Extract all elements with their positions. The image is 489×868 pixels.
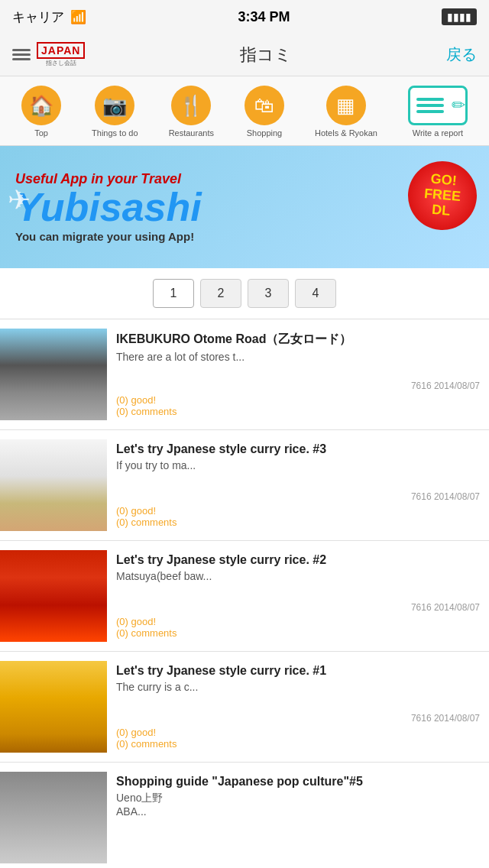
write-box: ✏ [408,86,468,125]
article-meta: 7616 2014/08/07 [116,713,480,724]
list-item[interactable]: Let's try Jpanese style curry rice. #1 T… [0,652,489,763]
airplane-icon: ✈ [8,184,31,216]
article-title: Let's try Jpanese style curry rice. #1 [116,664,480,678]
article-comments[interactable]: (0) comments [116,406,480,417]
article-good[interactable]: (0) good! [116,505,480,517]
article-good[interactable]: (0) good! [116,616,480,627]
article-meta: 7616 2014/08/07 [116,602,480,613]
article-thumbnail [0,329,107,420]
home-label: Top [34,128,48,138]
page-1-button[interactable]: 1 [153,279,194,308]
page-2-button[interactable]: 2 [200,279,241,308]
nav-bar: JAPAN 指さし会話 指コミ 戻る [0,34,489,76]
shopping-icon: 🛍 [244,86,284,125]
todo-label: Things to do [92,128,138,138]
restaurant-icon: 🍴 [171,86,211,125]
article-content: Let's try Jpanese style curry rice. #3 I… [107,439,489,531]
article-meta: 7616 2014/08/07 [116,381,480,391]
article-desc: Matsuya(beef baw... [116,570,480,598]
shopping-label: Shopping [247,128,283,138]
article-comments[interactable]: (0) comments [116,738,480,750]
category-nav: 🏠 Top 📷 Things to do 🍴 Restaurants 🛍 Sho… [0,76,489,146]
promo-banner[interactable]: ✈ Useful App in your Travel Yubisashi Yo… [0,146,489,268]
article-title: Shopping guide "Japanese pop culture"#5 [116,775,480,789]
nav-hotels[interactable]: ▦ Hotels & Ryokan [315,86,377,138]
article-content: Let's try Jpanese style curry rice. #1 T… [107,661,489,753]
article-desc: The curry is a c... [116,681,480,708]
article-desc: There are a lot of stores t... [116,351,480,376]
badge-line3: DL [431,202,451,219]
article-desc: Ueno上野ABA... [116,792,480,856]
banner-tagline: You can migrate your using App! [15,230,474,243]
article-content: Let's try Jpanese style curry rice. #2 M… [107,550,489,642]
article-thumbnail [0,550,107,642]
article-comments[interactable]: (0) comments [116,517,480,528]
article-thumbnail [0,439,107,531]
article-comments[interactable]: (0) comments [116,627,480,639]
list-item[interactable]: Shopping guide "Japanese pop culture"#5 … [0,763,489,868]
nav-write-report[interactable]: ✏ Write a report [408,86,468,138]
article-content: IKEBUKURO Otome Road（乙女ロード） There are a … [107,329,489,420]
app-logo: JAPAN 指さし会話 [37,42,85,67]
wifi-icon: 📶 [70,9,86,25]
pencil-icon: ✏ [452,96,465,115]
article-content: Shopping guide "Japanese pop culture"#5 … [107,772,489,863]
battery-icon: ▮▮▮▮ [442,8,477,25]
article-desc: If you try to ma... [116,459,480,487]
todo-icon: 📷 [95,86,134,125]
list-desc-line2: ABA... [116,805,147,818]
article-thumbnail [0,772,107,863]
back-button[interactable]: 戻る [446,44,477,65]
nav-things-to-do[interactable]: 📷 Things to do [92,86,138,138]
nav-restaurants[interactable]: 🍴 Restaurants [169,86,214,138]
status-bar: キャリア 📶 3:34 PM ▮▮▮▮ [0,0,489,34]
nav-home[interactable]: 🏠 Top [21,86,61,138]
article-meta: 7616 2014/08/07 [116,491,480,502]
hotel-label: Hotels & Ryokan [315,128,377,138]
list-item[interactable]: Let's try Jpanese style curry rice. #3 I… [0,430,489,541]
pagination: 1 2 3 4 [0,268,489,319]
list-item[interactable]: IKEBUKURO Otome Road（乙女ロード） There are a … [0,319,489,430]
article-good[interactable]: (0) good! [116,727,480,738]
time-label: 3:34 PM [238,9,290,25]
home-icon: 🏠 [21,86,61,125]
article-title: Let's try Jpanese style curry rice. #2 [116,553,480,567]
write-label: Write a report [413,128,463,138]
nav-left: JAPAN 指さし会話 [12,42,85,67]
restaurant-label: Restaurants [169,128,214,138]
page-title: 指コミ [240,44,292,66]
article-title: Let's try Jpanese style curry rice. #3 [116,442,480,456]
page-3-button[interactable]: 3 [248,279,289,308]
carrier-label: キャリア [12,8,64,26]
list-item[interactable]: Let's try Jpanese style curry rice. #2 M… [0,541,489,652]
article-thumbnail [0,661,107,753]
article-good[interactable]: (0) good! [116,394,480,406]
page-4-button[interactable]: 4 [295,279,336,308]
nav-shopping[interactable]: 🛍 Shopping [244,86,284,138]
article-title: IKEBUKURO Otome Road（乙女ロード） [116,332,480,348]
article-list: IKEBUKURO Otome Road（乙女ロード） There are a … [0,319,489,868]
hamburger-menu[interactable] [12,49,31,60]
hotel-icon: ▦ [326,86,366,125]
banner-main-text: Yubisashi [15,187,474,227]
